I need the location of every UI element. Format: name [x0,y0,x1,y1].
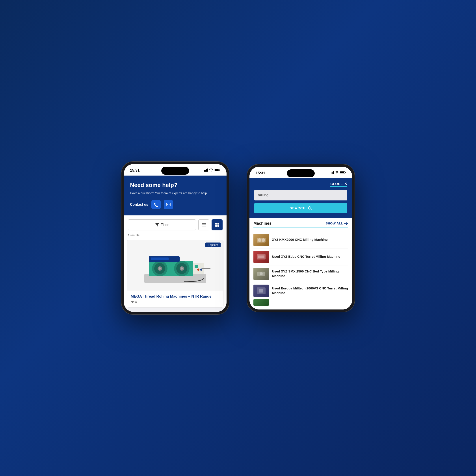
svg-rect-35 [330,173,330,174]
help-title: Need some help? [130,182,220,188]
email-contact-button[interactable] [164,200,173,209]
filter-button[interactable]: Filter [128,219,196,230]
help-contact-row: Contact us [130,200,220,209]
result-item-4[interactable]: Used Europa Milltech 2000VS CNC Turret M… [253,282,348,299]
result-thumb-5 [253,299,269,306]
dynamic-island-2 [287,170,315,177]
product-title: MEGA Thread Rolling Machines – NTR Range [131,294,220,299]
thumb-placeholder-1 [253,234,269,246]
result-item-3[interactable]: Used XYZ SMX 2500 CNC Bed Type Milling M… [253,265,348,282]
svg-rect-40 [345,172,346,173]
svg-point-21 [159,267,161,270]
battery-icon-1 [214,169,220,172]
close-label: CLOSE [330,182,343,186]
svg-rect-10 [202,224,206,225]
result-thumb-1 [253,234,269,246]
phone-2: 15:31 [247,164,355,312]
result-item-2[interactable]: Used XYZ Edge CNC Turret Milling Machine [253,248,348,265]
help-subtitle: Have a question? Our team of experts are… [130,191,220,196]
svg-rect-9 [202,223,206,224]
svg-rect-49 [258,255,264,258]
contact-label: Contact us [130,203,148,207]
svg-rect-6 [215,170,219,171]
svg-point-51 [260,272,263,275]
thumb-placeholder-2 [253,251,269,263]
svg-point-28 [197,269,199,271]
result-name-2: Used XYZ Edge CNC Turret Milling Machine [272,255,340,259]
result-item-5[interactable] [253,299,348,306]
svg-rect-41 [340,172,344,173]
result-thumb-3 [253,268,269,280]
close-x-icon: ✕ [344,182,347,186]
phone-2-screen: 15:31 [249,167,352,309]
search-results-area: Machines SHOW ALL [249,218,352,309]
wifi-icon-1 [209,169,213,172]
search-button-label: SEARCH [290,206,306,210]
search-input[interactable]: milling [258,193,268,197]
result-name-4: Used Europa Milltech 2000VS CNC Turret M… [272,286,348,295]
help-banner: Need some help? Have a question? Our tea… [124,176,227,215]
svg-point-25 [181,267,183,270]
signal-icon-2 [330,171,334,175]
grid-view-button[interactable] [212,219,223,230]
product-card[interactable]: 8 options [127,240,223,307]
dynamic-island-1 [161,167,189,175]
product-condition: New [131,300,220,304]
svg-marker-8 [155,223,159,226]
svg-rect-15 [217,225,219,227]
options-badge: 8 options [205,242,221,247]
phone-contact-button[interactable] [151,200,161,209]
svg-rect-11 [202,226,206,226]
machine-illustration [140,243,211,287]
battery-icon-2 [340,171,346,175]
result-thumb-4 [253,285,269,297]
svg-rect-27 [194,265,198,268]
svg-rect-12 [215,223,217,225]
svg-rect-3 [207,169,208,171]
filter-toolbar: Filter [124,215,227,233]
svg-rect-2 [206,169,207,171]
svg-rect-7 [166,203,170,206]
svg-rect-13 [217,223,219,225]
thumb-placeholder-4 [253,285,269,297]
svg-rect-38 [333,171,334,174]
svg-point-46 [258,238,261,242]
section-header: Machines SHOW ALL [253,221,348,228]
svg-rect-36 [331,172,332,174]
status-icons-1 [204,169,220,172]
status-time-2: 15:31 [256,171,265,175]
close-button[interactable]: CLOSE ✕ [330,182,347,187]
svg-rect-1 [205,170,206,171]
show-all-button[interactable]: SHOW ALL [326,221,348,225]
section-title: Machines [253,221,271,226]
result-item-1[interactable]: XYZ KMX2000 CNC Milling Machine [253,232,348,248]
result-name-1: XYZ KMX2000 CNC Milling Machine [272,238,328,242]
product-image-area: 8 options [127,240,223,290]
list-view-button[interactable] [198,219,209,230]
thumb-placeholder-3 [253,268,269,280]
status-icons-2 [330,171,346,175]
phone-1-content: Need some help? Have a question? Our tea… [124,176,227,307]
arrow-right-icon [344,222,348,225]
phone-1-screen: 15:31 [124,164,227,312]
status-time-1: 15:31 [130,168,140,173]
search-button[interactable]: SEARCH [254,203,347,213]
svg-rect-5 [219,170,220,171]
wifi-icon-2 [335,171,338,175]
results-count: 1 results [124,233,227,240]
show-all-label: SHOW ALL [326,221,343,225]
search-icon [308,206,312,210]
filter-label: Filter [161,223,169,227]
close-row: CLOSE ✕ [254,182,347,187]
svg-rect-14 [215,225,217,227]
product-info: MEGA Thread Rolling Machines – NTR Range… [127,290,223,307]
svg-line-43 [311,209,312,210]
search-input-wrap[interactable]: milling [254,190,347,201]
result-thumb-2 [253,251,269,263]
phone-2-content: CLOSE ✕ milling SEARCH [249,178,352,309]
result-name-3: Used XYZ SMX 2500 CNC Bed Type Milling M… [272,269,348,278]
svg-rect-0 [204,170,205,171]
search-header: CLOSE ✕ milling SEARCH [249,178,352,218]
phone-1: 15:31 [121,161,229,314]
svg-rect-37 [332,171,333,174]
